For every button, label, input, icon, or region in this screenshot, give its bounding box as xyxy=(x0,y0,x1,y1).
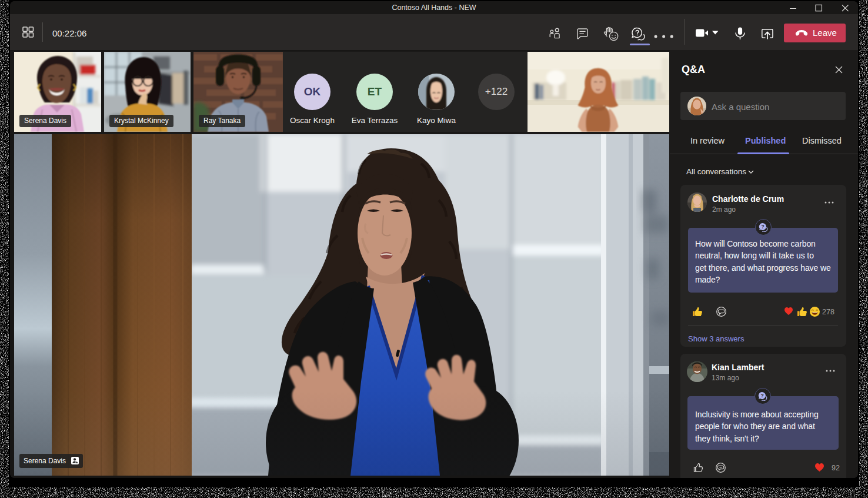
svg-text:?: ? xyxy=(761,224,764,230)
svg-text:?: ? xyxy=(760,393,763,399)
